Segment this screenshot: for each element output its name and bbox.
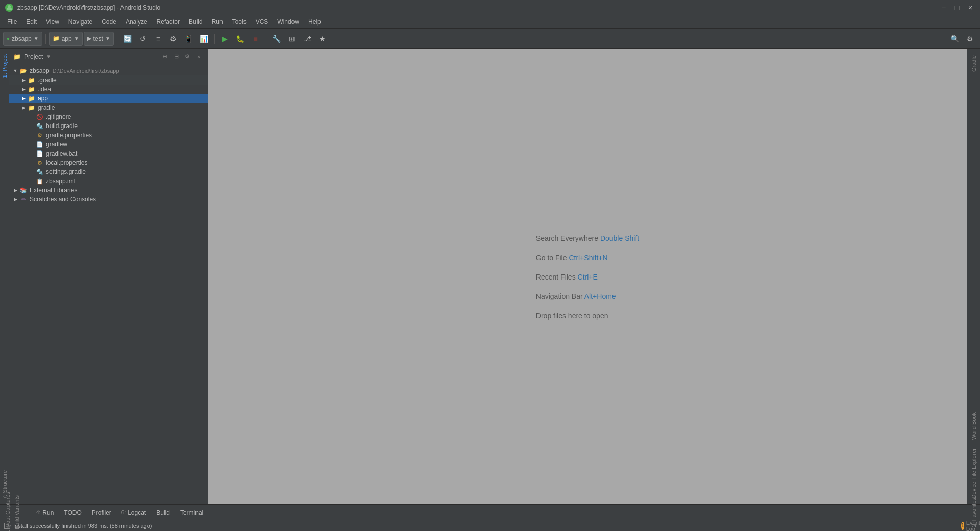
tree-item-gitignore[interactable]: ▶ 🚫 .gitignore bbox=[9, 112, 208, 121]
status-left: □ Install successfully finished in 983 m… bbox=[4, 523, 152, 529]
word-book-tab[interactable]: Word Book bbox=[969, 408, 979, 444]
config-selector[interactable]: ▶ test ▼ bbox=[84, 32, 114, 46]
file-icon-local-properties: ⚙ bbox=[36, 159, 44, 167]
add-item-btn[interactable]: ⊕ bbox=[160, 52, 170, 62]
label-idea: .idea bbox=[38, 86, 51, 93]
tree-item-gradlew[interactable]: ▶ 📄 gradlew bbox=[9, 140, 208, 149]
hint-navigation-bar: Navigation Bar Alt+Home bbox=[536, 292, 639, 300]
file-icon-settings-gradle: 🔩 bbox=[36, 168, 44, 176]
bottom-separator bbox=[28, 508, 28, 518]
menu-item-tools[interactable]: Tools bbox=[228, 17, 251, 27]
menu-item-analyze[interactable]: Analyze bbox=[121, 17, 152, 27]
label-gradle-hidden: .gradle bbox=[38, 77, 57, 84]
minimize-button[interactable]: − bbox=[939, 3, 948, 12]
title-bar-left: zbsapp [D:\DevAndroid\first\zbsapp] - An… bbox=[5, 4, 160, 12]
menu-item-help[interactable]: Help bbox=[304, 17, 325, 27]
menu-item-run[interactable]: Run bbox=[208, 17, 227, 27]
folder-icon-gradle-hidden: 📁 bbox=[28, 76, 36, 84]
module-selector[interactable]: 📁 app ▼ bbox=[49, 32, 83, 46]
toolbar-sep-4 bbox=[266, 34, 266, 44]
settings-cog-btn[interactable]: ⚙ bbox=[963, 32, 977, 46]
profiler-tab[interactable]: Profiler bbox=[88, 508, 115, 517]
menu-item-refactor[interactable]: Refactor bbox=[153, 17, 184, 27]
maximize-button[interactable]: □ bbox=[952, 3, 962, 12]
menu-item-code[interactable]: Code bbox=[97, 17, 120, 27]
title-text: zbsapp [D:\DevAndroid\first\zbsapp] - An… bbox=[17, 4, 160, 11]
arrow-zbsapp: ▼ bbox=[11, 67, 19, 75]
close-panel-btn[interactable]: × bbox=[193, 52, 204, 62]
todo-tab[interactable]: TODO bbox=[60, 508, 85, 517]
build-tab[interactable]: Build bbox=[152, 508, 174, 517]
hint-goto-file: Go to File Ctrl+Shift+N bbox=[536, 254, 639, 262]
stop-btn[interactable]: ■ bbox=[249, 32, 263, 46]
tree-item-app[interactable]: ▶ 📁 app bbox=[9, 94, 208, 103]
project-panel: 📁 Project ▼ ⊕ ⊟ ⚙ × ▼ 📂 zbsapp D:\DevAnd… bbox=[9, 49, 208, 504]
tree-item-gradle-properties[interactable]: ▶ ⚙ gradle.properties bbox=[9, 131, 208, 140]
search-everywhere-btn[interactable]: 🔍 bbox=[947, 32, 962, 46]
tree-item-settings-gradle[interactable]: ▶ 🔩 settings.gradle bbox=[9, 167, 208, 176]
hint-search-everywhere: Search Everywhere Double Shift bbox=[536, 234, 639, 242]
left-panel-labels: 1: Project 7: Structure bbox=[0, 49, 9, 504]
folder-icon-gradle: 📁 bbox=[28, 104, 36, 112]
status-bar: □ Install successfully finished in 983 m… bbox=[0, 520, 980, 531]
menu-item-navigate[interactable]: Navigate bbox=[64, 17, 96, 27]
tree-item-gradle-folder[interactable]: ▶ 📁 gradle bbox=[9, 103, 208, 112]
menu-item-vcs[interactable]: VCS bbox=[252, 17, 273, 27]
tree-item-scratches[interactable]: ▶ ✏ Scratches and Consoles bbox=[9, 195, 208, 204]
tree-item-external-libs[interactable]: ▶ 📚 External Libraries bbox=[9, 186, 208, 195]
layout-captures-tab[interactable]: Layout Captures bbox=[3, 490, 12, 531]
status-message: Install successfully finished in 983 ms.… bbox=[13, 523, 152, 529]
folder-icon-scratches: ✏ bbox=[19, 195, 28, 204]
gradle-tab[interactable]: Gradle bbox=[969, 51, 979, 76]
profiler-btn[interactable]: 📊 bbox=[197, 32, 211, 46]
sync-btn[interactable]: 🔄 bbox=[120, 32, 135, 46]
tree-item-zbsapp-iml[interactable]: ▶ 📋 zbsapp.iml bbox=[9, 176, 208, 186]
layout-btn[interactable]: ⊞ bbox=[285, 32, 299, 46]
run-btn[interactable]: ▶ bbox=[218, 32, 232, 46]
refresh-btn[interactable]: ↺ bbox=[136, 32, 150, 46]
tree-item-build-gradle[interactable]: ▶ 🔩 build.gradle bbox=[9, 121, 208, 131]
label-build-gradle: build.gradle bbox=[46, 122, 78, 130]
folder-icon-zbsapp: 📂 bbox=[19, 67, 28, 75]
logcat-tab[interactable]: 6: Logcat bbox=[117, 508, 150, 517]
collapse-all-btn[interactable]: ⊟ bbox=[171, 52, 181, 62]
project-panel-tab[interactable]: 1: Project bbox=[0, 49, 9, 83]
menu-item-edit[interactable]: Edit bbox=[22, 17, 41, 27]
label-external-libs: External Libraries bbox=[30, 187, 77, 194]
menu-item-file[interactable]: File bbox=[3, 17, 21, 27]
tree-item-local-properties[interactable]: ▶ ⚙ local.properties bbox=[9, 158, 208, 167]
close-button[interactable]: × bbox=[966, 3, 975, 12]
main-content: 1: Project 7: Structure 📁 Project ▼ ⊕ ⊟ … bbox=[0, 49, 980, 504]
tools-btn[interactable]: 🔧 bbox=[270, 32, 284, 46]
terminal-tab[interactable]: Terminal bbox=[176, 508, 207, 517]
debug-btn[interactable]: 🐛 bbox=[233, 32, 248, 46]
tree-item-gradlew-bat[interactable]: ▶ 📄 gradlew.bat bbox=[9, 149, 208, 158]
menu-item-build[interactable]: Build bbox=[185, 17, 207, 27]
menu-item-view[interactable]: View bbox=[42, 17, 63, 27]
build-variants-tab[interactable]: Build Variants bbox=[12, 493, 21, 531]
file-icon-build-gradle: 🔩 bbox=[36, 122, 44, 130]
run-tab[interactable]: 4: Run bbox=[32, 508, 58, 517]
panel-settings-btn[interactable]: ⚙ bbox=[182, 52, 192, 62]
file-icon-gradlew: 📄 bbox=[36, 140, 44, 148]
label-zbsapp-iml: zbsapp.iml bbox=[46, 178, 75, 185]
device-file-explorer-tab[interactable]: Device File Explorer bbox=[969, 444, 979, 502]
sdk-btn[interactable]: ⚙ bbox=[166, 32, 181, 46]
bookmark-btn[interactable]: ★ bbox=[315, 32, 330, 46]
project-selector[interactable]: ● zbsapp ▼ bbox=[3, 32, 42, 46]
build-list-btn[interactable]: ≡ bbox=[151, 32, 165, 46]
notification-badge: 1 bbox=[961, 522, 964, 530]
arrow-scratches: ▶ bbox=[11, 195, 19, 204]
tree-item-gradle-hidden[interactable]: ▶ 📁 .gradle bbox=[9, 75, 208, 85]
menu-item-window[interactable]: Window bbox=[273, 17, 303, 27]
arrow-gradle-hidden: ▶ bbox=[19, 76, 28, 84]
file-icon-zbsapp-iml: 📋 bbox=[36, 177, 44, 185]
avd-btn[interactable]: 📱 bbox=[182, 32, 196, 46]
toolbar-sep-1 bbox=[45, 34, 46, 44]
tree-item-zbsapp[interactable]: ▼ 📂 zbsapp D:\DevAndroid\first\zbsapp bbox=[9, 66, 208, 75]
vcs-btn[interactable]: ⎇ bbox=[300, 32, 314, 46]
tree-item-idea[interactable]: ▶ 📁 .idea bbox=[9, 85, 208, 94]
label-settings-gradle: settings.gradle bbox=[46, 168, 86, 175]
favorites-tab[interactable]: 2: Favorites bbox=[971, 498, 977, 527]
editor-area[interactable]: Search Everywhere Double Shift Go to Fil… bbox=[208, 49, 967, 504]
